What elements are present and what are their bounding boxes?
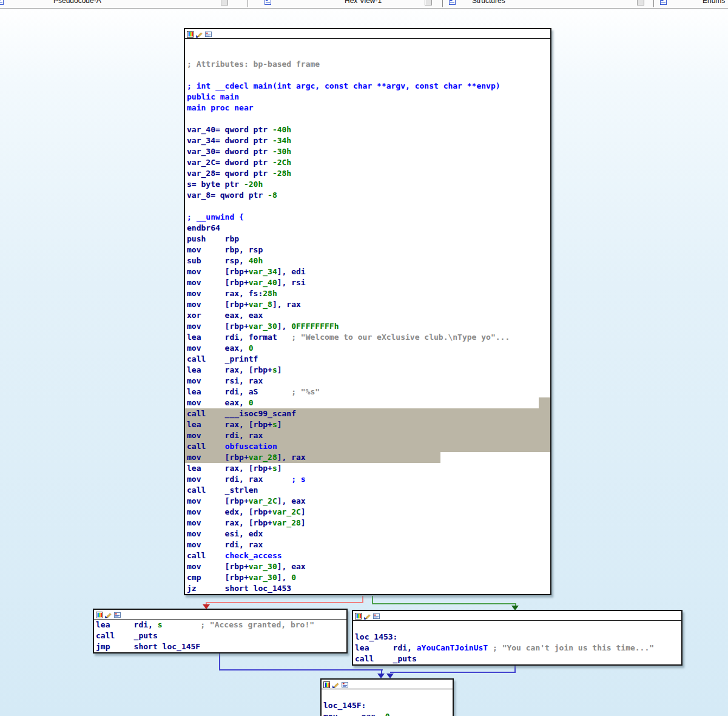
- code-line[interactable]: mov rax, fs:28h: [187, 289, 277, 298]
- code-line[interactable]: public main: [187, 92, 239, 101]
- code-line[interactable]: loc_145F:: [323, 701, 366, 710]
- code-line[interactable]: lea rdi, s ; "Access granted, bro!": [96, 620, 314, 629]
- block-body[interactable]: loc_145F: mov eax, 0: [322, 689, 453, 716]
- code-line[interactable]: var_28= qword ptr -28h: [187, 169, 291, 178]
- view-icon[interactable]: [449, 0, 456, 5]
- code-line[interactable]: call check_access: [187, 551, 282, 560]
- basic-block-loc-1453[interactable]: loc_1453: lea rdi, aYouCanTJoinUsT ; "Yo…: [352, 610, 682, 666]
- code-line[interactable]: mov [rbp+var_40], rsi: [187, 278, 306, 287]
- node-color-icon[interactable]: [355, 613, 362, 620]
- detach-icon[interactable]: [637, 0, 644, 5]
- code-line[interactable]: endbr64: [187, 223, 220, 232]
- code-line[interactable]: mov rax, [rbp+var_28]: [187, 518, 306, 527]
- basic-block-granted[interactable]: lea rdi, s ; "Access granted, bro!" call…: [93, 609, 348, 654]
- edit-comment-icon[interactable]: [196, 31, 203, 38]
- code-line[interactable]: mov eax, 0: [187, 398, 254, 407]
- edge-false-arrowhead-icon: [203, 604, 210, 609]
- code-line[interactable]: mov eax, 0: [323, 712, 390, 716]
- node-color-icon[interactable]: [323, 681, 330, 688]
- code-line[interactable]: var_8= qword ptr -8: [187, 191, 277, 200]
- code-line[interactable]: mov edx, [rbp+var_2C]: [187, 507, 306, 516]
- edge-false-branch: [206, 602, 363, 603]
- tab-pseudocode-a[interactable]: Pseudocode-A: [53, 0, 101, 5]
- view-icon[interactable]: [660, 0, 667, 5]
- code-line[interactable]: call _puts: [96, 631, 158, 640]
- basic-block-main[interactable]: ; Attributes: bp-based frame ; int __cde…: [184, 28, 551, 595]
- detach-icon[interactable]: [425, 0, 432, 5]
- code-line[interactable]: call obfuscation: [187, 442, 277, 451]
- code-line[interactable]: ; Attributes: bp-based frame: [187, 59, 320, 69]
- group-node-icon[interactable]: [373, 613, 380, 620]
- group-node-icon[interactable]: [205, 31, 212, 38]
- code-line[interactable]: lea rdi, format ; "Welcome to our eXclus…: [187, 333, 510, 342]
- edge-fallthrough: [390, 672, 516, 673]
- code-listing: lea rdi, s ; "Access granted, bro!" call…: [94, 620, 346, 652]
- code-line[interactable]: call ___isoc99_scanf: [187, 409, 296, 418]
- code-line[interactable]: call _strlen: [187, 485, 258, 495]
- code-line[interactable]: push rbp: [187, 234, 239, 243]
- code-line[interactable]: s= byte ptr -20h: [187, 180, 263, 189]
- edge-jmp: [219, 669, 383, 670]
- tab-separator: [248, 0, 248, 7]
- code-line[interactable]: mov [rbp+var_8], rax: [187, 300, 301, 309]
- code-line[interactable]: cmp [rbp+var_30], 0: [187, 573, 296, 582]
- edit-comment-icon[interactable]: [364, 613, 371, 620]
- edge-true-arrowhead-icon: [511, 606, 519, 610]
- detach-icon[interactable]: [221, 0, 228, 5]
- code-line[interactable]: mov [rbp+var_30], eax: [187, 562, 306, 571]
- code-line[interactable]: ; int __cdecl main(int argc, const char …: [187, 81, 500, 90]
- code-line[interactable]: call _puts: [355, 654, 417, 663]
- block-title-bar: [94, 610, 346, 620]
- code-line[interactable]: mov rdi, rax: [187, 540, 263, 549]
- code-listing: ; Attributes: bp-based frame ; int __cde…: [185, 39, 550, 594]
- code-line[interactable]: lea rdi, aS ; "%s": [187, 387, 320, 396]
- code-line[interactable]: lea rax, [rbp+s]: [187, 464, 282, 473]
- code-line[interactable]: main proc near: [187, 103, 254, 112]
- tab-enums[interactable]: Enums: [703, 0, 725, 5]
- code-line[interactable]: mov rbp, rsp: [187, 245, 263, 254]
- code-line[interactable]: sub rsp, 40h: [187, 256, 263, 265]
- block-body[interactable]: loc_1453: lea rdi, aYouCanTJoinUsT ; "Yo…: [353, 621, 681, 664]
- code-line[interactable]: call _printf: [187, 354, 258, 363]
- code-line[interactable]: mov [rbp+var_2C], eax: [187, 496, 306, 505]
- code-listing: loc_145F: mov eax, 0: [322, 689, 453, 716]
- edit-comment-icon[interactable]: [105, 612, 112, 618]
- code-line[interactable]: loc_1453:: [355, 632, 397, 641]
- view-icon[interactable]: [265, 0, 271, 5]
- block-title-bar: [322, 680, 453, 689]
- node-color-icon[interactable]: [96, 612, 103, 618]
- code-line[interactable]: var_40= qword ptr -40h: [187, 125, 291, 134]
- code-line[interactable]: mov rdi, rax ; s: [187, 475, 306, 484]
- node-color-icon[interactable]: [187, 31, 194, 38]
- code-line[interactable]: mov rdi, rax: [187, 431, 263, 440]
- edge-jmp-arrowhead-icon: [377, 674, 385, 678]
- code-line[interactable]: mov [rbp+var_28], rax: [187, 453, 306, 462]
- block-body[interactable]: ; Attributes: bp-based frame ; int __cde…: [185, 39, 550, 594]
- code-line[interactable]: lea rdi, aYouCanTJoinUsT ; "You can't jo…: [355, 643, 654, 652]
- group-node-icon[interactable]: [114, 612, 121, 618]
- tab-structures[interactable]: Structures: [472, 0, 505, 5]
- code-line[interactable]: var_30= dword ptr -30h: [187, 147, 291, 156]
- code-line[interactable]: jmp short loc_145F: [96, 642, 200, 651]
- code-line[interactable]: mov esi, edx: [187, 529, 263, 538]
- code-line[interactable]: mov [rbp+var_34], edi: [187, 267, 306, 276]
- tab-hex-view-1[interactable]: Hex View-1: [345, 0, 382, 5]
- basic-block-loc-145f[interactable]: loc_145F: mov eax, 0: [320, 678, 454, 716]
- code-line[interactable]: mov [rbp+var_30], 0FFFFFFFFh: [187, 322, 339, 331]
- code-line[interactable]: lea rax, [rbp+s]: [187, 420, 282, 429]
- group-node-icon[interactable]: [342, 681, 348, 688]
- code-line[interactable]: mov rsi, rax: [187, 376, 263, 385]
- tab-separator: [442, 0, 443, 7]
- code-line[interactable]: var_2C= dword ptr -2Ch: [187, 158, 291, 167]
- code-line[interactable]: jz short loc_1453: [187, 584, 291, 593]
- code-line[interactable]: var_34= dword ptr -34h: [187, 136, 291, 145]
- view-icon[interactable]: [0, 0, 4, 5]
- code-line[interactable]: ; __unwind {: [187, 212, 244, 221]
- edit-comment-icon[interactable]: [332, 681, 339, 688]
- code-line[interactable]: xor eax, eax: [187, 311, 263, 320]
- edge-true-branch: [372, 603, 516, 604]
- code-line[interactable]: mov eax, 0: [187, 343, 254, 353]
- block-body[interactable]: lea rdi, s ; "Access granted, bro!" call…: [94, 620, 346, 652]
- code-line[interactable]: lea rax, [rbp+s]: [187, 365, 282, 374]
- graph-view[interactable]: ; Attributes: bp-based frame ; int __cde…: [0, 0, 728, 716]
